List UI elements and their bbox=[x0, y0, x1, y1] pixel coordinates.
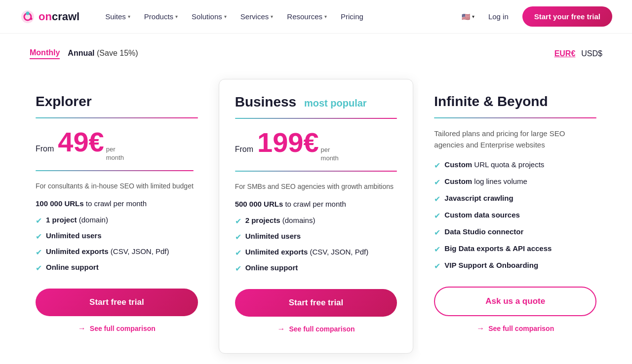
business-start-trial-button[interactable]: Start free trial bbox=[235, 289, 397, 317]
check-icon: ✔ bbox=[36, 216, 42, 225]
check-icon: ✔ bbox=[36, 248, 42, 257]
infinite-comparison-link[interactable]: → See full comparison bbox=[434, 324, 596, 333]
list-item: ✔ Unlimited users bbox=[36, 231, 198, 241]
explorer-divider bbox=[36, 117, 198, 118]
business-price-row: From 199€ per month bbox=[235, 129, 397, 163]
business-divider bbox=[235, 118, 397, 119]
explorer-url-info: 100 000 URLs to crawl per month bbox=[36, 199, 198, 208]
explorer-price-period: per month bbox=[106, 146, 124, 162]
check-icon: ✔ bbox=[235, 232, 241, 242]
list-item: ✔ Data Studio connector bbox=[434, 227, 596, 237]
billing-options: Monthly Annual (Save 15%) bbox=[30, 48, 138, 59]
currency-options: EUR€ USD$ bbox=[554, 49, 602, 58]
explorer-url-desc: to crawl per month bbox=[86, 199, 147, 208]
business-url-info: 500 000 URLs to crawl per month bbox=[235, 200, 397, 208]
check-icon: ✔ bbox=[434, 161, 440, 170]
explorer-url-count: 100 000 URLs bbox=[36, 199, 84, 208]
list-item: ✔ Custom URL quota & projects bbox=[434, 160, 596, 170]
nav-actions: 🇺🇸 🇺🇸 ▾ Log in Start your free trial bbox=[462, 6, 612, 27]
infinite-desc: Tailored plans and pricing for large SEO… bbox=[434, 128, 596, 150]
business-comparison-link[interactable]: → See full comparison bbox=[235, 325, 397, 333]
billing-toggle: Monthly Annual (Save 15%) EUR€ USD$ bbox=[0, 38, 632, 69]
check-icon: ✔ bbox=[434, 245, 440, 254]
list-item: ✔ Custom log lines volume bbox=[434, 177, 596, 187]
infinite-divider bbox=[434, 117, 596, 118]
chevron-down-icon: ▾ bbox=[271, 14, 273, 19]
list-item: ✔ Unlimited users bbox=[235, 232, 397, 242]
explorer-price-row: From 49€ per month bbox=[36, 128, 198, 162]
explorer-divider-2 bbox=[36, 170, 194, 171]
svg-point-3 bbox=[30, 17, 33, 20]
explorer-comparison-link[interactable]: → See full comparison bbox=[36, 324, 198, 333]
business-url-count: 500 000 URLs bbox=[235, 200, 283, 208]
usd-currency[interactable]: USD$ bbox=[581, 49, 602, 58]
list-item: ✔ 1 project (domain) bbox=[36, 216, 198, 225]
explorer-desc: For consultants & in-house SEO with limi… bbox=[36, 181, 198, 191]
list-item: ✔ Online support bbox=[235, 263, 397, 273]
nav-products[interactable]: Products ▾ bbox=[138, 8, 184, 25]
business-features: ✔ 2 projects (domains) ✔ Unlimited users… bbox=[235, 216, 397, 273]
business-divider-2 bbox=[235, 171, 397, 172]
pricing-section: Explorer From 49€ per month For consulta… bbox=[0, 69, 632, 364]
explorer-features: ✔ 1 project (domain) ✔ Unlimited users ✔… bbox=[36, 216, 198, 273]
language-selector[interactable]: 🇺🇸 🇺🇸 ▾ bbox=[462, 13, 474, 21]
monthly-option[interactable]: Monthly bbox=[30, 48, 60, 59]
list-item: ✔ Unlimited exports (CSV, JSON, Pdf) bbox=[36, 247, 198, 257]
check-icon: ✔ bbox=[434, 194, 440, 204]
business-price-period: per month bbox=[321, 146, 339, 163]
infinite-features: ✔ Custom URL quota & projects ✔ Custom l… bbox=[434, 160, 596, 271]
infinite-plan-title: Infinite & Beyond bbox=[434, 94, 596, 109]
check-icon: ✔ bbox=[36, 232, 42, 241]
check-icon: ✔ bbox=[434, 211, 440, 220]
business-price-from: From bbox=[235, 145, 253, 154]
check-icon: ✔ bbox=[434, 228, 440, 237]
explorer-start-trial-button[interactable]: Start free trial bbox=[36, 289, 198, 316]
business-desc: For SMBs and SEO agencies with growth am… bbox=[235, 182, 397, 192]
explorer-price-amount: 49€ bbox=[58, 128, 104, 156]
check-icon: ✔ bbox=[36, 263, 42, 273]
check-icon: ✔ bbox=[235, 248, 241, 257]
list-item: ✔ 2 projects (domains) bbox=[235, 216, 397, 226]
annual-option[interactable]: Annual (Save 15%) bbox=[68, 49, 138, 59]
arrow-icon: → bbox=[476, 324, 484, 333]
chevron-down-icon: ▾ bbox=[324, 14, 327, 19]
start-trial-button[interactable]: Start your free trial bbox=[522, 6, 612, 27]
nav-links: Suites ▾ Products ▾ Solutions ▾ Services… bbox=[99, 8, 462, 25]
business-plan-title: Business most popular bbox=[235, 94, 397, 110]
chevron-down-icon: ▾ bbox=[472, 14, 474, 19]
explorer-price-from: From bbox=[36, 145, 54, 153]
nav-resources[interactable]: Resources ▾ bbox=[281, 8, 333, 25]
nav-services[interactable]: Services ▾ bbox=[235, 8, 279, 25]
navbar: oncrawl Suites ▾ Products ▾ Solutions ▾ … bbox=[0, 0, 632, 34]
login-button[interactable]: Log in bbox=[482, 8, 514, 25]
chevron-down-icon: ▾ bbox=[175, 14, 178, 19]
infinite-quote-button[interactable]: Ask us a quote bbox=[434, 287, 596, 316]
svg-point-2 bbox=[26, 11, 30, 15]
nav-pricing[interactable]: Pricing bbox=[335, 8, 369, 25]
business-price-amount: 199€ bbox=[257, 129, 319, 156]
check-icon: ✔ bbox=[434, 261, 440, 271]
list-item: ✔ Big Data exports & API access bbox=[434, 244, 596, 254]
chevron-down-icon: ▾ bbox=[128, 14, 130, 19]
arrow-icon: → bbox=[277, 325, 285, 333]
eur-currency[interactable]: EUR€ bbox=[554, 49, 576, 58]
business-plan-card: Business most popular From 199€ per mont… bbox=[219, 79, 414, 354]
arrow-icon: → bbox=[78, 324, 86, 333]
infinite-plan-card: Infinite & Beyond Tailored plans and pri… bbox=[418, 79, 612, 354]
logo[interactable]: oncrawl bbox=[20, 9, 79, 25]
check-icon: ✔ bbox=[434, 178, 440, 187]
explorer-plan-title: Explorer bbox=[36, 94, 198, 109]
flag-icon: 🇺🇸 bbox=[462, 13, 470, 21]
check-icon: ✔ bbox=[235, 264, 241, 273]
list-item: ✔ Custom data sources bbox=[434, 211, 596, 220]
popular-tag: most popular bbox=[304, 98, 367, 109]
chevron-down-icon: ▾ bbox=[224, 14, 227, 19]
check-icon: ✔ bbox=[235, 217, 241, 226]
explorer-plan-card: Explorer From 49€ per month For consulta… bbox=[20, 79, 214, 354]
list-item: ✔ VIP Support & Onboarding bbox=[434, 261, 596, 271]
list-item: ✔ Javascript crawling bbox=[434, 194, 596, 204]
list-item: ✔ Unlimited exports (CSV, JSON, Pdf) bbox=[235, 248, 397, 257]
nav-solutions[interactable]: Solutions ▾ bbox=[186, 8, 233, 25]
nav-suites[interactable]: Suites ▾ bbox=[99, 8, 136, 25]
business-url-desc: to crawl per month bbox=[285, 200, 346, 208]
